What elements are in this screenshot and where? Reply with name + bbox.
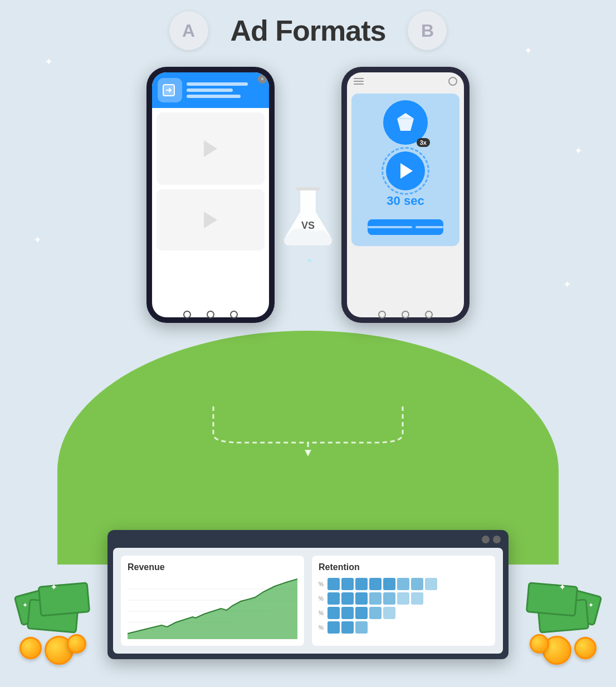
footer-line: [368, 226, 412, 228]
nav-dot: [425, 311, 433, 318]
sparkle-icon: ✦: [33, 234, 42, 246]
connection-arrows: [169, 401, 447, 457]
sparkle-icon: ✦: [559, 582, 566, 592]
badge-a: A: [169, 11, 208, 50]
hamburger-icon: [354, 78, 364, 85]
nav-dot: [183, 311, 191, 318]
retention-cells: [327, 578, 437, 590]
phone-a: ×: [146, 67, 275, 323]
phone-a-card-1: [157, 112, 265, 185]
vs-flask-container: VS: [280, 184, 336, 253]
page-title: Ad Formats: [231, 14, 386, 47]
titlebar-dot: [493, 536, 501, 543]
sparkle-icon: ✦: [574, 145, 583, 157]
revenue-chart-title: Revenue: [128, 562, 297, 572]
page-header: A Ad Formats B: [0, 11, 616, 50]
retention-chart-box: Retention %: [312, 556, 495, 646]
phone-a-card-2: [157, 189, 265, 251]
play-icon: [204, 140, 217, 157]
nav-dot: [402, 311, 409, 318]
ad-text-lines: [187, 82, 263, 98]
nav-dot: [378, 311, 386, 318]
retention-row: %: [319, 607, 488, 619]
nav-dot: [230, 311, 238, 318]
revenue-chart: [128, 578, 297, 639]
revenue-chart-box: Revenue: [121, 556, 304, 646]
dashed-ring: [382, 147, 429, 195]
retention-pct: %: [319, 610, 325, 616]
retention-row: %: [319, 578, 488, 590]
retention-pct: %: [319, 625, 325, 631]
dashboard-inner: Revenue Retention: [113, 548, 503, 654]
sparkle-icon: ✦: [22, 601, 28, 609]
reward-diamond: 3x: [383, 100, 428, 145]
retention-pct: %: [319, 596, 325, 602]
retention-cells: [327, 592, 423, 605]
sparkle-icon: ✦: [45, 56, 53, 68]
multiplier-badge: 3x: [417, 138, 430, 147]
footer-line-short: [415, 226, 443, 228]
nav-dot: [207, 311, 214, 318]
money-bill: [38, 582, 90, 617]
phone-a-screen: ×: [152, 72, 269, 317]
retention-pct: %: [319, 581, 325, 587]
badge-b: B: [408, 11, 447, 50]
sparkle-icon: ✦: [588, 601, 594, 609]
rewarded-ad-content: 3x 30 sec: [351, 94, 459, 246]
dashboard-titlebar: [113, 536, 503, 543]
sparkle-icon: ✦: [50, 582, 57, 592]
play-icon: [204, 212, 217, 228]
coin: [574, 637, 597, 659]
retention-row: %: [319, 621, 488, 634]
money-bill: [526, 582, 578, 617]
sparkle-icon: ✦: [563, 278, 571, 291]
coin-small: [530, 634, 549, 654]
phone-b-topbar: [347, 72, 464, 90]
retention-cells: [327, 607, 395, 619]
phone-b: 3x 30 sec: [341, 67, 470, 323]
timer-label: 30 sec: [387, 194, 424, 208]
titlebar-dot: [482, 536, 490, 543]
retention-cells: [327, 621, 368, 634]
phone-b-footer-bar: [368, 219, 443, 235]
ad-icon: [158, 78, 182, 102]
retention-chart-title: Retention: [319, 562, 488, 572]
retention-row: %: [319, 592, 488, 605]
close-icon[interactable]: ×: [258, 75, 267, 84]
svg-marker-4: [305, 450, 311, 457]
profile-icon: [448, 77, 457, 86]
coin: [19, 637, 42, 659]
play-circle: [386, 151, 425, 190]
phone-b-nav: [341, 311, 470, 318]
phone-a-ad-banner: ×: [152, 72, 269, 108]
dashboard: Revenue Retention: [107, 530, 509, 659]
flask-icon: VS: [280, 184, 336, 253]
coin-small: [67, 634, 86, 654]
video-timer: 30 sec: [386, 151, 425, 208]
vs-label: VS: [301, 220, 315, 232]
retention-grid: % %: [319, 578, 488, 634]
phone-a-nav: [146, 311, 275, 318]
phone-b-screen: 3x 30 sec: [347, 72, 464, 317]
